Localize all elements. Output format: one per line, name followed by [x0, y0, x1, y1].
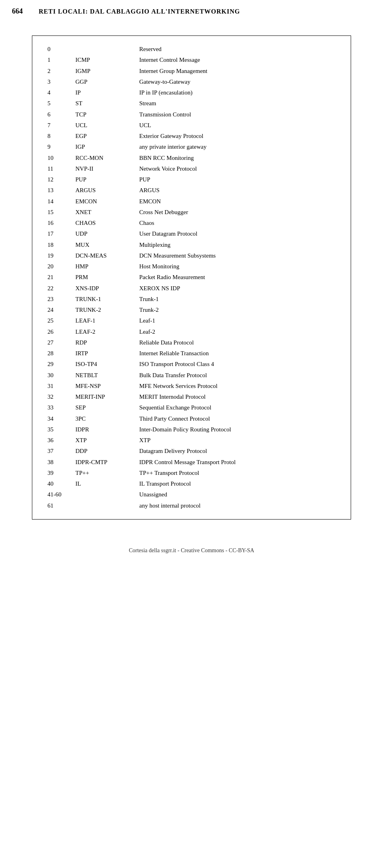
protocol-number: 18 — [44, 240, 72, 250]
protocol-description: Packet Radio Measurement — [136, 272, 339, 283]
protocol-number: 25 — [44, 315, 72, 326]
protocol-abbr: IL — [72, 478, 136, 489]
table-row: 3GGPGateway-to-Gateway — [44, 77, 339, 87]
protocol-number: 37 — [44, 446, 72, 457]
protocol-abbr — [72, 44, 136, 55]
protocol-abbr: NETBLT — [72, 370, 136, 381]
protocol-description: Internet Control Message — [136, 55, 339, 65]
table-row: 31MFE-NSPMFE Network Services Protocol — [44, 381, 339, 392]
protocol-abbr: EMCON — [72, 196, 136, 207]
protocol-abbr: IP — [72, 87, 136, 98]
protocol-description: Exterior Gateway Protocol — [136, 131, 339, 142]
protocol-abbr: XNS-IDP — [72, 283, 136, 294]
table-row: 40ILIL Transport Protocol — [44, 478, 339, 489]
table-row: 29ISO-TP4ISO Transport Protocol Class 4 — [44, 359, 339, 370]
protocol-abbr: MFE-NSP — [72, 381, 136, 392]
protocol-abbr — [72, 500, 136, 511]
protocol-abbr: CHAOS — [72, 218, 136, 228]
protocol-description: Bulk Data Transfer Protocol — [136, 370, 339, 381]
table-row: 28IRTPInternet Reliable Transaction — [44, 348, 339, 359]
protocol-number: 1 — [44, 55, 72, 65]
table-row: 22XNS-IDPXEROX NS IDP — [44, 283, 339, 294]
protocol-abbr: LEAF-1 — [72, 315, 136, 326]
protocol-description: ARGUS — [136, 185, 339, 196]
protocol-description: Transmission Control — [136, 109, 339, 120]
protocol-number: 0 — [44, 44, 72, 55]
protocol-description: EMCON — [136, 196, 339, 207]
protocol-description: Trunk-2 — [136, 305, 339, 315]
protocol-description: XTP — [136, 435, 339, 446]
protocol-number: 4 — [44, 87, 72, 98]
protocol-number: 17 — [44, 228, 72, 239]
protocol-abbr: SEP — [72, 402, 136, 413]
protocol-number: 8 — [44, 131, 72, 142]
protocol-number: 28 — [44, 348, 72, 359]
protocol-description: Internet Group Management — [136, 66, 339, 77]
table-row: 9IGPany private interior gateway — [44, 142, 339, 152]
protocol-abbr: PRM — [72, 272, 136, 283]
table-row: 8EGPExterior Gateway Protocol — [44, 131, 339, 142]
protocol-number: 11 — [44, 163, 72, 174]
protocol-description: Third Party Connect Protocol — [136, 413, 339, 424]
table-row: 27RDPReliable Data Protocol — [44, 337, 339, 348]
protocol-number: 5 — [44, 98, 72, 109]
table-row: 343PCThird Party Connect Protocol — [44, 413, 339, 424]
protocol-abbr: 3PC — [72, 413, 136, 424]
table-row: 15XNETCross Net Debugger — [44, 207, 339, 218]
table-row: 13ARGUSARGUS — [44, 185, 339, 196]
protocol-description: IDPR Control Message Transport Protol — [136, 457, 339, 468]
protocol-number: 14 — [44, 196, 72, 207]
protocol-description: Leaf-1 — [136, 315, 339, 326]
protocol-abbr: RCC-MON — [72, 153, 136, 163]
protocol-number: 27 — [44, 337, 72, 348]
protocol-number: 29 — [44, 359, 72, 370]
table-row: 18MUXMultiplexing — [44, 240, 339, 250]
protocol-description: Internet Reliable Transaction — [136, 348, 339, 359]
protocol-number: 21 — [44, 272, 72, 283]
table-row: 41-60Unassigned — [44, 489, 339, 500]
table-row: 16CHAOSChaos — [44, 218, 339, 228]
protocol-description: IP in IP (encasulation) — [136, 87, 339, 98]
protocol-description: DCN Measurement Subsystems — [136, 250, 339, 261]
protocol-description: MFE Network Services Protocol — [136, 381, 339, 392]
table-row: 32MERIT-INPMERIT Internodal Protocol — [44, 392, 339, 402]
protocol-number: 19 — [44, 250, 72, 261]
protocol-number: 7 — [44, 120, 72, 131]
protocol-abbr: LEAF-2 — [72, 327, 136, 337]
page-number: 664 — [12, 7, 23, 16]
protocol-number: 3 — [44, 77, 72, 87]
protocol-number: 36 — [44, 435, 72, 446]
table-row: 6TCPTransmission Control — [44, 109, 339, 120]
table-row: 36XTPXTP — [44, 435, 339, 446]
protocol-abbr: TP++ — [72, 468, 136, 478]
protocol-abbr: XNET — [72, 207, 136, 218]
protocol-abbr: XTP — [72, 435, 136, 446]
protocol-abbr: GGP — [72, 77, 136, 87]
protocol-abbr: TRUNK-2 — [72, 305, 136, 315]
protocol-description: UCL — [136, 120, 339, 131]
page-title: RETI LOCALI: DAL CABLAGGIO ALL'INTERNETW… — [39, 8, 240, 15]
protocol-number: 40 — [44, 478, 72, 489]
protocol-abbr: IDPR-CMTP — [72, 457, 136, 468]
protocol-abbr: MERIT-INP — [72, 392, 136, 402]
table-row: 2IGMPInternet Group Management — [44, 66, 339, 77]
protocol-description: Host Monitoring — [136, 261, 339, 272]
protocol-description: ISO Transport Protocol Class 4 — [136, 359, 339, 370]
protocol-abbr: ST — [72, 98, 136, 109]
table-row: 0Reserved — [44, 44, 339, 55]
protocol-number: 35 — [44, 424, 72, 435]
table-row: 30NETBLTBulk Data Transfer Protocol — [44, 370, 339, 381]
page-header: 664 RETI LOCALI: DAL CABLAGGIO ALL'INTER… — [0, 0, 383, 20]
protocol-abbr: ISO-TP4 — [72, 359, 136, 370]
protocol-abbr: MUX — [72, 240, 136, 250]
table-row: 17UDPUser Datagram Protocol — [44, 228, 339, 239]
protocol-description: Stream — [136, 98, 339, 109]
table-row: 35IDPRInter-Domain Policy Routing Protoc… — [44, 424, 339, 435]
table-row: 19DCN-MEASDCN Measurement Subsystems — [44, 250, 339, 261]
protocol-description: Datagram Delivery Protocol — [136, 446, 339, 457]
protocol-abbr: TCP — [72, 109, 136, 120]
protocol-number: 34 — [44, 413, 72, 424]
table-row: 5STStream — [44, 98, 339, 109]
table-row: 12PUPPUP — [44, 174, 339, 185]
protocol-number: 13 — [44, 185, 72, 196]
